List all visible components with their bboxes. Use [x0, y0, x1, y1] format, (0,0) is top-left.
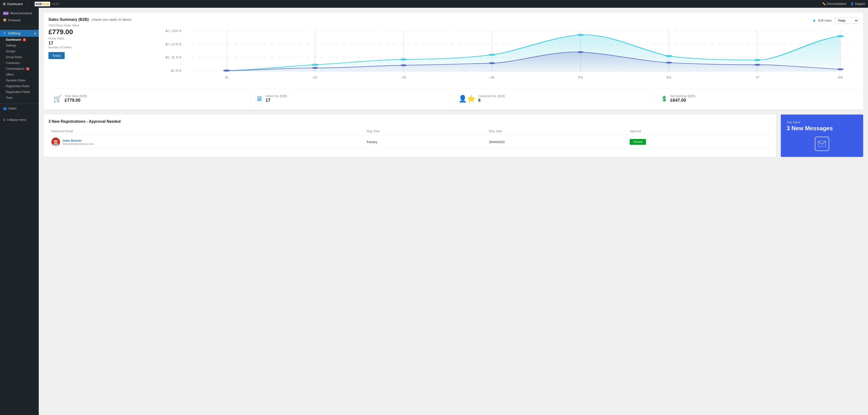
- orders-count: 17: [49, 41, 131, 46]
- col-reg-date: Reg. Date: [486, 128, 627, 135]
- bottom-row: 3 New Registrations - Approval Needed Na…: [43, 115, 863, 157]
- sidebar: woo WooCommerce 📦 Products 🔷 B2BKing ◀ D…: [0, 8, 39, 415]
- stat-total-sales: 🛒 Total Sales (B2B) £779.00: [49, 93, 251, 105]
- sidebar-sep-1: [0, 27, 39, 27]
- messages-icon-wrap: [786, 136, 857, 151]
- registrations-title: 3 New Registrations - Approval Needed: [49, 119, 771, 124]
- sales-chart-area: Sales Summary (B2B) - charts are static …: [49, 18, 858, 85]
- legend-dot-icon: [813, 20, 815, 22]
- svg-text:5: 5: [578, 76, 583, 79]
- svg-point-39: [837, 68, 843, 70]
- registrations-table: Name and Email Reg. Role Reg. Date Appro…: [49, 128, 771, 149]
- sidebar-item-tools[interactable]: Tools: [3, 95, 39, 101]
- svg-text:7: 7: [754, 76, 760, 79]
- layout: woo WooCommerce 📦 Products 🔷 B2BKing ◀ D…: [0, 8, 868, 415]
- svg-point-44: [56, 140, 57, 141]
- svg-text:£10: £10: [165, 56, 181, 59]
- svg-point-27: [488, 54, 496, 56]
- topbar-right: ✏️ Documentation 👤 Support: [822, 2, 865, 6]
- svg-point-29: [665, 55, 672, 57]
- col-approval: Approval: [627, 128, 771, 135]
- total-gross-label: Total Gross Sales Value: [49, 24, 131, 27]
- stat-net-label: Net Earnings (B2B): [671, 94, 695, 98]
- sidebar-item-registration-fields[interactable]: Registration Fields: [3, 89, 39, 95]
- envelope-icon: [815, 136, 829, 151]
- stat-total-sales-label: Total Sales (B2B): [65, 94, 87, 98]
- stat-orders-label: Orders Nr. (B2B): [266, 94, 287, 98]
- table-header-row: Name and Email Reg. Role Reg. Date Appro…: [49, 128, 771, 135]
- sidebar-item-settings[interactable]: Settings: [3, 43, 39, 49]
- svg-point-43: [55, 140, 56, 141]
- sidebar-item-dynamic-rules[interactable]: Dynamic Rules: [3, 77, 39, 83]
- topbar: ⊞ Dashboard B2B King v4.2.4 ✏️ Documenta…: [0, 0, 868, 8]
- orders-label: Number of Orders: [49, 46, 131, 49]
- sidebar-item-dashboard[interactable]: Dashboard 3: [3, 37, 39, 43]
- stat-customers-value: 6: [478, 98, 505, 103]
- sidebar-woocommerce-section: woo WooCommerce 📦 Products: [0, 8, 39, 26]
- user-name: John Denver: [62, 139, 94, 142]
- sales-chart: £30 £20 £10 £0 1 2 3 4 5 6 7 8: [136, 26, 859, 84]
- svg-point-35: [489, 62, 495, 64]
- svg-text:3: 3: [401, 76, 406, 79]
- sidebar-item-users[interactable]: 👥 Users: [0, 105, 39, 112]
- today-button[interactable]: Today: [49, 52, 65, 59]
- woo-icon: woo: [3, 12, 9, 15]
- dashboard-badge: 3: [23, 38, 26, 41]
- svg-text:6: 6: [666, 76, 672, 79]
- svg-text:4: 4: [489, 76, 495, 79]
- collapse-menu[interactable]: ⊙ Collapse menu: [0, 117, 39, 123]
- messages-title: 3 New Messages: [786, 125, 857, 132]
- chart-controls: B2B Sales Today This Week This Month Thi…: [136, 18, 859, 24]
- sidebar-item-b2bking[interactable]: 🔷 B2BKing ◀: [0, 30, 39, 37]
- legend-label: B2B Sales: [818, 19, 832, 22]
- svg-text:1: 1: [224, 76, 229, 79]
- table-row: John Denver factoryabc@company.com Facto…: [49, 135, 771, 149]
- sidebar-item-customers[interactable]: Customers: [3, 60, 39, 66]
- documentation-link[interactable]: ✏️ Documentation: [822, 2, 846, 6]
- sidebar-item-conversations[interactable]: Conversations 3: [3, 66, 39, 72]
- collapse-arrow-icon: ◀: [34, 32, 36, 35]
- svg-point-36: [577, 51, 583, 53]
- svg-point-33: [312, 67, 318, 69]
- col-reg-role: Reg. Role: [364, 128, 486, 135]
- svg-text:8: 8: [837, 76, 843, 79]
- sidebar-item-group-rules[interactable]: Group Rules: [3, 54, 39, 60]
- sidebar-item-registration-roles[interactable]: Registration Roles: [3, 83, 39, 89]
- svg-point-28: [577, 34, 584, 36]
- stat-customers: 👤⭐ Customers Nr. (B2B) 6: [454, 93, 656, 105]
- stat-customers-label: Customers Nr. (B2B): [478, 94, 505, 98]
- col-name-email: Name and Email: [49, 128, 364, 135]
- svg-text:2: 2: [312, 76, 318, 79]
- avatar: [51, 137, 60, 146]
- stat-net-value: £647.00: [671, 98, 695, 103]
- svg-point-30: [754, 59, 761, 61]
- topbar-brand: B2B King v4.2.4: [35, 2, 59, 6]
- registrations-card: 3 New Registrations - Approval Needed Na…: [43, 115, 776, 157]
- period-select[interactable]: Today This Week This Month This Year: [835, 18, 858, 24]
- sales-amount: £779.00: [49, 28, 131, 36]
- svg-rect-45: [54, 144, 57, 145]
- stats-row: 🛒 Total Sales (B2B) £779.00 🖥 Orders Nr.…: [49, 88, 858, 105]
- users-sidebar-icon: 👥: [3, 106, 7, 110]
- sidebar-item-woocommerce[interactable]: woo WooCommerce: [0, 10, 39, 17]
- user-cell: John Denver factoryabc@company.com: [51, 137, 361, 146]
- gross-sales-label: Gross Sales: [49, 37, 131, 40]
- svg-text:£0: £0: [170, 69, 181, 72]
- sidebar-item-offers[interactable]: Offers: [3, 72, 39, 77]
- stat-orders: 🖥 Orders Nr. (B2B) 17: [251, 93, 454, 105]
- doc-icon: ✏️: [822, 2, 826, 6]
- support-link[interactable]: 👤 Support: [850, 2, 865, 6]
- sidebar-item-groups[interactable]: Groups: [3, 49, 39, 54]
- sales-right-panel: B2B Sales Today This Week This Month Thi…: [136, 18, 859, 85]
- customers-icon: 👤⭐: [459, 95, 475, 103]
- collapse-icon: ⊙: [3, 118, 5, 122]
- sales-header: Sales Summary (B2B) - charts are static …: [49, 18, 131, 22]
- stat-net-earnings: 💲 Net Earnings (B2B) £647.00: [656, 93, 858, 105]
- svg-text:£20: £20: [165, 43, 181, 46]
- sidebar-item-products[interactable]: 📦 Products: [0, 17, 39, 24]
- user-email: factoryabc@company.com: [62, 142, 94, 145]
- b2bking-icon: 🔷: [3, 31, 7, 35]
- collapse-menu-item[interactable]: ⊙ Collapse menu: [3, 117, 36, 123]
- avatar-svg: [51, 137, 60, 146]
- review-button[interactable]: Review: [630, 139, 646, 145]
